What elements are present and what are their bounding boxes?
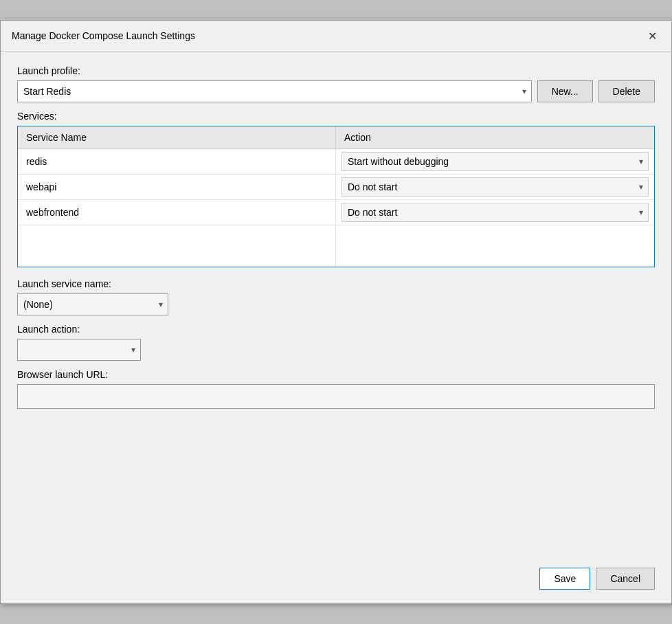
launch-action-section: Launch action: — [17, 324, 655, 361]
action-select-wrapper: Start without debugging Do not start Sta… — [341, 152, 649, 171]
service-name-cell: redis — [18, 149, 336, 174]
browser-url-input[interactable] — [17, 384, 655, 409]
empty-cell — [18, 225, 336, 267]
launch-service-select[interactable]: (None) — [17, 293, 168, 315]
table-row: webapi Start without debugging Do not st… — [18, 175, 654, 200]
delete-button[interactable]: Delete — [598, 80, 655, 102]
close-button[interactable]: ✕ — [644, 27, 660, 44]
action-select-wrapper: Start without debugging Do not start Sta… — [341, 177, 649, 197]
table-row-empty — [18, 225, 654, 267]
action-cell: Start without debugging Do not start Sta… — [336, 149, 654, 174]
launch-profile-label: Launch profile: — [17, 65, 655, 76]
launch-service-select-wrapper: (None) — [17, 293, 168, 315]
redis-action-select[interactable]: Start without debugging Do not start Sta… — [341, 152, 649, 171]
services-section: Services: Service Name Action redis Sta — [17, 111, 655, 267]
empty-cell — [336, 225, 654, 267]
service-name-cell: webapi — [18, 175, 336, 199]
title-bar: Manage Docker Compose Launch Settings ✕ — [1, 21, 671, 52]
launch-profile-section: Launch profile: Start Redis New... Delet… — [17, 65, 655, 102]
dialog-footer: Save Cancel — [1, 559, 671, 603]
launch-action-select-wrapper — [17, 339, 141, 361]
dialog: Manage Docker Compose Launch Settings ✕ … — [0, 20, 672, 604]
launch-action-label: Launch action: — [17, 324, 655, 335]
dialog-body: Launch profile: Start Redis New... Delet… — [1, 52, 671, 559]
launch-profile-row: Start Redis New... Delete — [17, 80, 655, 102]
launch-service-row: (None) — [17, 293, 655, 315]
launch-service-label: Launch service name: — [17, 278, 655, 289]
services-label: Services: — [17, 111, 655, 122]
col-action: Action — [336, 126, 654, 148]
service-name-cell: webfrontend — [18, 200, 336, 225]
launch-action-select[interactable] — [17, 339, 141, 361]
cancel-button[interactable]: Cancel — [596, 568, 655, 590]
service-name-text: webapi — [26, 181, 56, 192]
browser-url-section: Browser launch URL: — [17, 369, 655, 409]
webapi-action-select[interactable]: Start without debugging Do not start Sta… — [341, 177, 649, 197]
launch-service-section: Launch service name: (None) — [17, 278, 655, 315]
action-cell: Start without debugging Do not start Sta… — [336, 175, 654, 199]
services-table: Service Name Action redis Start without … — [17, 126, 655, 267]
col-service-name: Service Name — [18, 126, 336, 148]
table-row: redis Start without debugging Do not sta… — [18, 149, 654, 175]
launch-profile-select-wrapper: Start Redis — [17, 80, 532, 102]
action-cell: Start without debugging Do not start Sta… — [336, 200, 654, 225]
service-name-text: webfrontend — [26, 207, 79, 218]
dialog-title: Manage Docker Compose Launch Settings — [12, 30, 195, 41]
launch-profile-select[interactable]: Start Redis — [17, 80, 532, 102]
action-select-wrapper: Start without debugging Do not start Sta… — [341, 203, 649, 222]
spacer — [17, 417, 655, 546]
service-name-text: redis — [26, 156, 47, 167]
browser-url-label: Browser launch URL: — [17, 369, 655, 380]
table-row: webfrontend Start without debugging Do n… — [18, 200, 654, 225]
table-header: Service Name Action — [18, 126, 654, 149]
new-button[interactable]: New... — [537, 80, 593, 102]
save-button[interactable]: Save — [539, 568, 590, 590]
webfrontend-action-select[interactable]: Start without debugging Do not start Sta… — [341, 203, 649, 222]
